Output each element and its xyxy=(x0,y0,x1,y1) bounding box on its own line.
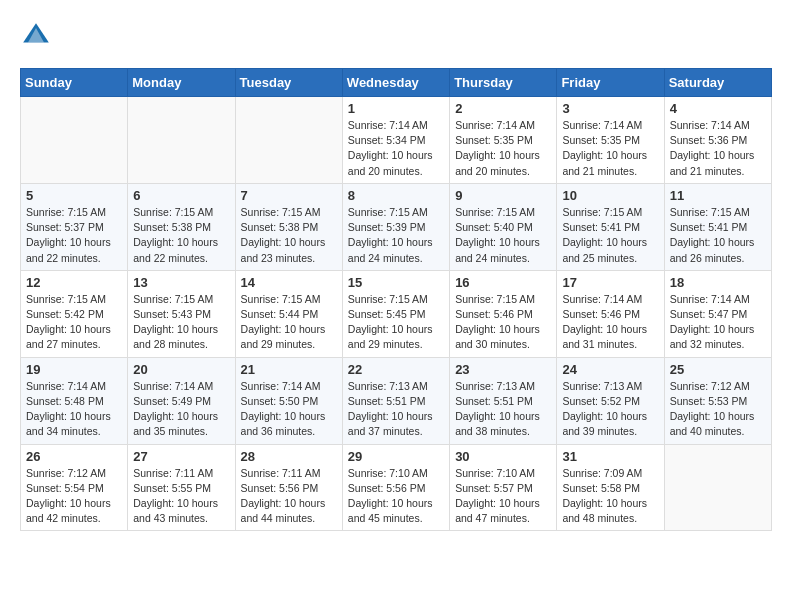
calendar-cell: 3Sunrise: 7:14 AM Sunset: 5:35 PM Daylig… xyxy=(557,97,664,184)
calendar-cell: 7Sunrise: 7:15 AM Sunset: 5:38 PM Daylig… xyxy=(235,183,342,270)
calendar-cell: 2Sunrise: 7:14 AM Sunset: 5:35 PM Daylig… xyxy=(450,97,557,184)
day-info: Sunrise: 7:14 AM Sunset: 5:47 PM Dayligh… xyxy=(670,292,766,353)
day-number: 11 xyxy=(670,188,766,203)
calendar-cell: 17Sunrise: 7:14 AM Sunset: 5:46 PM Dayli… xyxy=(557,270,664,357)
day-info: Sunrise: 7:15 AM Sunset: 5:42 PM Dayligh… xyxy=(26,292,122,353)
day-info: Sunrise: 7:15 AM Sunset: 5:45 PM Dayligh… xyxy=(348,292,444,353)
day-number: 29 xyxy=(348,449,444,464)
day-number: 18 xyxy=(670,275,766,290)
day-number: 27 xyxy=(133,449,229,464)
day-number: 1 xyxy=(348,101,444,116)
day-info: Sunrise: 7:15 AM Sunset: 5:44 PM Dayligh… xyxy=(241,292,337,353)
day-number: 30 xyxy=(455,449,551,464)
day-info: Sunrise: 7:15 AM Sunset: 5:39 PM Dayligh… xyxy=(348,205,444,266)
day-number: 8 xyxy=(348,188,444,203)
day-number: 26 xyxy=(26,449,122,464)
weekday-header-friday: Friday xyxy=(557,69,664,97)
calendar-cell: 5Sunrise: 7:15 AM Sunset: 5:37 PM Daylig… xyxy=(21,183,128,270)
calendar-cell xyxy=(128,97,235,184)
day-info: Sunrise: 7:11 AM Sunset: 5:55 PM Dayligh… xyxy=(133,466,229,527)
day-info: Sunrise: 7:13 AM Sunset: 5:51 PM Dayligh… xyxy=(455,379,551,440)
day-number: 5 xyxy=(26,188,122,203)
calendar-cell: 18Sunrise: 7:14 AM Sunset: 5:47 PM Dayli… xyxy=(664,270,771,357)
day-number: 22 xyxy=(348,362,444,377)
calendar-week-row: 12Sunrise: 7:15 AM Sunset: 5:42 PM Dayli… xyxy=(21,270,772,357)
day-info: Sunrise: 7:10 AM Sunset: 5:56 PM Dayligh… xyxy=(348,466,444,527)
day-number: 28 xyxy=(241,449,337,464)
day-number: 25 xyxy=(670,362,766,377)
calendar-cell: 21Sunrise: 7:14 AM Sunset: 5:50 PM Dayli… xyxy=(235,357,342,444)
calendar-cell: 6Sunrise: 7:15 AM Sunset: 5:38 PM Daylig… xyxy=(128,183,235,270)
day-number: 21 xyxy=(241,362,337,377)
day-info: Sunrise: 7:14 AM Sunset: 5:50 PM Dayligh… xyxy=(241,379,337,440)
day-info: Sunrise: 7:13 AM Sunset: 5:52 PM Dayligh… xyxy=(562,379,658,440)
day-number: 24 xyxy=(562,362,658,377)
day-number: 19 xyxy=(26,362,122,377)
day-number: 3 xyxy=(562,101,658,116)
weekday-header-row: SundayMondayTuesdayWednesdayThursdayFrid… xyxy=(21,69,772,97)
weekday-header-tuesday: Tuesday xyxy=(235,69,342,97)
day-info: Sunrise: 7:15 AM Sunset: 5:37 PM Dayligh… xyxy=(26,205,122,266)
day-info: Sunrise: 7:15 AM Sunset: 5:38 PM Dayligh… xyxy=(133,205,229,266)
weekday-header-sunday: Sunday xyxy=(21,69,128,97)
calendar-cell: 28Sunrise: 7:11 AM Sunset: 5:56 PM Dayli… xyxy=(235,444,342,531)
day-number: 9 xyxy=(455,188,551,203)
day-number: 15 xyxy=(348,275,444,290)
weekday-header-saturday: Saturday xyxy=(664,69,771,97)
calendar-cell: 20Sunrise: 7:14 AM Sunset: 5:49 PM Dayli… xyxy=(128,357,235,444)
day-info: Sunrise: 7:14 AM Sunset: 5:46 PM Dayligh… xyxy=(562,292,658,353)
day-info: Sunrise: 7:15 AM Sunset: 5:38 PM Dayligh… xyxy=(241,205,337,266)
calendar-cell: 27Sunrise: 7:11 AM Sunset: 5:55 PM Dayli… xyxy=(128,444,235,531)
calendar-cell xyxy=(664,444,771,531)
day-info: Sunrise: 7:15 AM Sunset: 5:41 PM Dayligh… xyxy=(562,205,658,266)
weekday-header-thursday: Thursday xyxy=(450,69,557,97)
day-info: Sunrise: 7:15 AM Sunset: 5:43 PM Dayligh… xyxy=(133,292,229,353)
calendar-cell: 23Sunrise: 7:13 AM Sunset: 5:51 PM Dayli… xyxy=(450,357,557,444)
calendar-cell: 9Sunrise: 7:15 AM Sunset: 5:40 PM Daylig… xyxy=(450,183,557,270)
day-info: Sunrise: 7:14 AM Sunset: 5:49 PM Dayligh… xyxy=(133,379,229,440)
day-number: 7 xyxy=(241,188,337,203)
day-number: 10 xyxy=(562,188,658,203)
calendar-cell: 11Sunrise: 7:15 AM Sunset: 5:41 PM Dayli… xyxy=(664,183,771,270)
calendar-week-row: 26Sunrise: 7:12 AM Sunset: 5:54 PM Dayli… xyxy=(21,444,772,531)
day-info: Sunrise: 7:12 AM Sunset: 5:54 PM Dayligh… xyxy=(26,466,122,527)
calendar-cell xyxy=(21,97,128,184)
day-number: 31 xyxy=(562,449,658,464)
logo xyxy=(20,20,56,52)
day-info: Sunrise: 7:15 AM Sunset: 5:41 PM Dayligh… xyxy=(670,205,766,266)
calendar-cell: 16Sunrise: 7:15 AM Sunset: 5:46 PM Dayli… xyxy=(450,270,557,357)
day-number: 4 xyxy=(670,101,766,116)
calendar-cell: 19Sunrise: 7:14 AM Sunset: 5:48 PM Dayli… xyxy=(21,357,128,444)
day-info: Sunrise: 7:11 AM Sunset: 5:56 PM Dayligh… xyxy=(241,466,337,527)
calendar-cell: 26Sunrise: 7:12 AM Sunset: 5:54 PM Dayli… xyxy=(21,444,128,531)
calendar-cell: 4Sunrise: 7:14 AM Sunset: 5:36 PM Daylig… xyxy=(664,97,771,184)
calendar-week-row: 1Sunrise: 7:14 AM Sunset: 5:34 PM Daylig… xyxy=(21,97,772,184)
calendar-cell xyxy=(235,97,342,184)
day-number: 2 xyxy=(455,101,551,116)
day-info: Sunrise: 7:14 AM Sunset: 5:36 PM Dayligh… xyxy=(670,118,766,179)
calendar-cell: 29Sunrise: 7:10 AM Sunset: 5:56 PM Dayli… xyxy=(342,444,449,531)
calendar-week-row: 5Sunrise: 7:15 AM Sunset: 5:37 PM Daylig… xyxy=(21,183,772,270)
calendar-cell: 15Sunrise: 7:15 AM Sunset: 5:45 PM Dayli… xyxy=(342,270,449,357)
day-number: 13 xyxy=(133,275,229,290)
calendar-cell: 10Sunrise: 7:15 AM Sunset: 5:41 PM Dayli… xyxy=(557,183,664,270)
calendar-table: SundayMondayTuesdayWednesdayThursdayFrid… xyxy=(20,68,772,531)
day-number: 14 xyxy=(241,275,337,290)
calendar-cell: 8Sunrise: 7:15 AM Sunset: 5:39 PM Daylig… xyxy=(342,183,449,270)
day-info: Sunrise: 7:09 AM Sunset: 5:58 PM Dayligh… xyxy=(562,466,658,527)
calendar-cell: 25Sunrise: 7:12 AM Sunset: 5:53 PM Dayli… xyxy=(664,357,771,444)
day-info: Sunrise: 7:13 AM Sunset: 5:51 PM Dayligh… xyxy=(348,379,444,440)
day-info: Sunrise: 7:14 AM Sunset: 5:35 PM Dayligh… xyxy=(455,118,551,179)
logo-icon xyxy=(20,20,52,52)
day-info: Sunrise: 7:15 AM Sunset: 5:40 PM Dayligh… xyxy=(455,205,551,266)
calendar-cell: 14Sunrise: 7:15 AM Sunset: 5:44 PM Dayli… xyxy=(235,270,342,357)
calendar-cell: 13Sunrise: 7:15 AM Sunset: 5:43 PM Dayli… xyxy=(128,270,235,357)
calendar-cell: 24Sunrise: 7:13 AM Sunset: 5:52 PM Dayli… xyxy=(557,357,664,444)
page-header xyxy=(20,20,772,52)
calendar-cell: 22Sunrise: 7:13 AM Sunset: 5:51 PM Dayli… xyxy=(342,357,449,444)
day-info: Sunrise: 7:14 AM Sunset: 5:35 PM Dayligh… xyxy=(562,118,658,179)
day-info: Sunrise: 7:14 AM Sunset: 5:34 PM Dayligh… xyxy=(348,118,444,179)
day-info: Sunrise: 7:15 AM Sunset: 5:46 PM Dayligh… xyxy=(455,292,551,353)
day-number: 17 xyxy=(562,275,658,290)
weekday-header-monday: Monday xyxy=(128,69,235,97)
